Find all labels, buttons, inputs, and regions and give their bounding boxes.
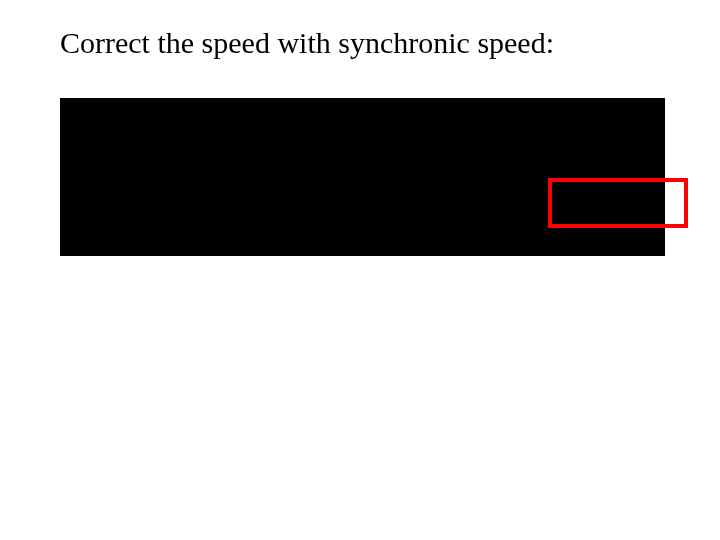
page-heading: Correct the speed with synchronic speed: <box>60 26 554 60</box>
redacted-block <box>60 98 665 256</box>
highlight-box <box>548 178 688 228</box>
